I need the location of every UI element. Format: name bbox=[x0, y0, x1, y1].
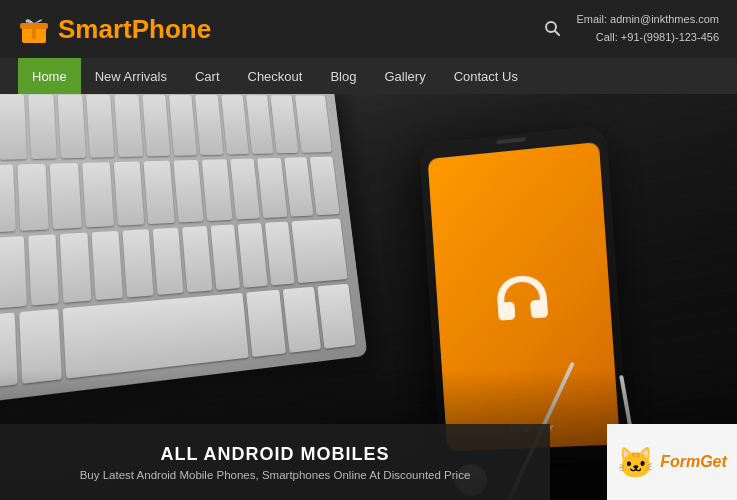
keyboard-row-1 bbox=[0, 94, 332, 160]
svg-line-4 bbox=[555, 31, 559, 35]
keyboard-body bbox=[0, 94, 368, 405]
nav-item-checkout[interactable]: Checkout bbox=[234, 58, 317, 94]
key bbox=[202, 159, 232, 221]
key bbox=[144, 160, 175, 224]
logo-text: SmartPhone bbox=[58, 14, 211, 45]
key bbox=[246, 289, 285, 357]
nav-item-new-arrivals[interactable]: New Arrivals bbox=[81, 58, 181, 94]
key bbox=[318, 283, 356, 348]
key bbox=[60, 233, 91, 303]
formget-cat-icon: 🐱 bbox=[617, 445, 654, 480]
hero-section: Google play ALL ANDROID MOBILES Buy Late… bbox=[0, 94, 737, 500]
key bbox=[113, 161, 144, 226]
key bbox=[153, 228, 184, 295]
speaker-hole bbox=[496, 137, 526, 144]
key bbox=[142, 95, 170, 156]
header-contact: Email: admin@inkthmes.com Call: +91-(998… bbox=[576, 11, 719, 46]
key bbox=[82, 162, 113, 228]
key bbox=[238, 223, 268, 287]
key bbox=[310, 156, 339, 215]
banner-subtitle: Buy Latest Android Mobile Phones, Smartp… bbox=[80, 469, 471, 481]
banner-title: ALL ANDROID MOBILES bbox=[161, 444, 390, 465]
key bbox=[284, 157, 314, 217]
svg-rect-2 bbox=[32, 23, 36, 39]
contact-call: Call: +91-(9981)-123-456 bbox=[576, 29, 719, 47]
search-icon bbox=[544, 20, 560, 36]
key bbox=[28, 94, 57, 158]
header: SmartPhone Email: admin@inkthmes.com Cal… bbox=[0, 0, 737, 58]
key bbox=[210, 224, 240, 289]
key bbox=[265, 222, 295, 285]
key bbox=[92, 231, 123, 300]
nav-item-blog[interactable]: Blog bbox=[316, 58, 370, 94]
nav-item-cart[interactable]: Cart bbox=[181, 58, 234, 94]
key bbox=[291, 219, 347, 283]
nav-item-contact[interactable]: Contact Us bbox=[440, 58, 532, 94]
header-right: Email: admin@inkthmes.com Call: +91-(998… bbox=[544, 11, 719, 46]
logo-icon bbox=[18, 13, 50, 45]
keyboard-keys-area bbox=[0, 94, 356, 389]
key bbox=[0, 164, 16, 233]
key bbox=[17, 163, 49, 231]
key bbox=[0, 236, 26, 310]
key bbox=[50, 162, 82, 229]
key bbox=[173, 159, 204, 222]
search-button[interactable] bbox=[544, 20, 560, 39]
logo: SmartPhone bbox=[18, 13, 211, 45]
key-spacebar bbox=[63, 292, 249, 378]
key bbox=[230, 158, 260, 219]
navbar: Home New Arrivals Cart Checkout Blog Gal… bbox=[0, 58, 737, 94]
nav-item-home[interactable]: Home bbox=[18, 58, 81, 94]
key bbox=[86, 95, 115, 158]
key bbox=[28, 234, 60, 305]
nav-item-gallery[interactable]: Gallery bbox=[370, 58, 439, 94]
key bbox=[271, 95, 298, 153]
key bbox=[0, 94, 26, 159]
key bbox=[169, 95, 197, 155]
formget-label: FormGet bbox=[660, 453, 727, 471]
key bbox=[257, 157, 287, 218]
key bbox=[246, 95, 273, 153]
key bbox=[123, 229, 154, 297]
formget-badge[interactable]: 🐱 FormGet bbox=[607, 424, 737, 500]
key bbox=[182, 226, 212, 292]
key bbox=[295, 95, 332, 152]
key bbox=[57, 94, 86, 157]
headphone-icon bbox=[485, 261, 559, 336]
key bbox=[283, 286, 322, 353]
key bbox=[221, 95, 249, 154]
contact-email: Email: admin@inkthmes.com bbox=[576, 11, 719, 29]
key bbox=[115, 95, 143, 157]
hero-bottom-banner: ALL ANDROID MOBILES Buy Latest Android M… bbox=[0, 424, 550, 500]
key bbox=[195, 95, 223, 155]
